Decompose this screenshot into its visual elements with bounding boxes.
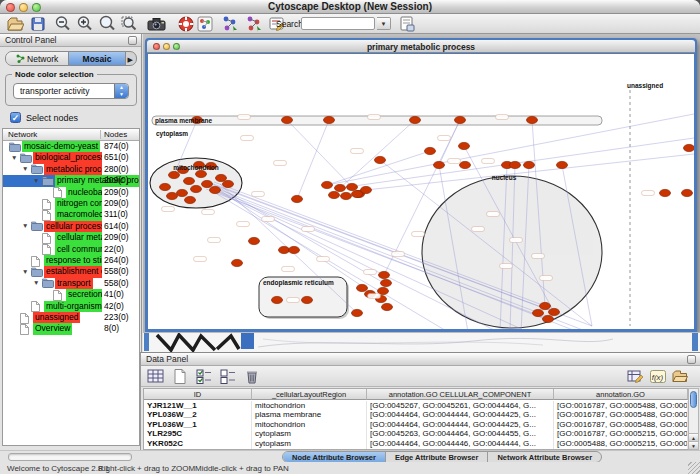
network-node[interactable] (460, 161, 471, 168)
network-node[interactable] (684, 144, 695, 151)
network-node[interactable] (335, 184, 346, 191)
tree-row[interactable]: nitrogen compo209(0) (3, 198, 140, 209)
network-window-titlebar[interactable]: primary metabolic process (147, 40, 695, 53)
network-node[interactable] (289, 246, 300, 253)
expand-icon[interactable]: ▼ (11, 154, 17, 162)
resize-grip[interactable] (688, 462, 700, 474)
tree-col-network[interactable]: Network (8, 130, 37, 139)
network-node[interactable] (352, 309, 363, 316)
tree-row[interactable]: secretion41(0) (3, 289, 140, 300)
node-color-dropdown[interactable]: transporter activity ▲▼ (13, 83, 129, 99)
table-column-header[interactable]: ID (144, 389, 252, 400)
tree-row[interactable]: ▼transport558(0) (3, 278, 140, 289)
import-network-attributes-icon[interactable] (244, 15, 262, 33)
table-column-header[interactable]: _cellularLayoutRegion (252, 389, 367, 400)
import-attributes-icon[interactable] (671, 368, 689, 385)
search-input[interactable] (301, 17, 375, 30)
table-row[interactable]: YPL036W__1mitochondrion[GO:0044464, GO:0… (144, 420, 689, 430)
table-row[interactable]: YJR121W__1mitochondrion[GO:0045267, GO:0… (144, 401, 689, 411)
zoom-selected-region-icon[interactable] (120, 15, 138, 33)
network-node[interactable] (191, 185, 202, 192)
tab-network[interactable]: Network (6, 52, 68, 66)
attribute-batch-editor-icon[interactable] (627, 368, 645, 385)
network-node[interactable] (232, 259, 243, 266)
scrollbar-thumb[interactable] (690, 391, 697, 408)
tree-row[interactable]: ▼primary metabolic process209(0) (3, 175, 140, 186)
network-node[interactable] (210, 186, 221, 193)
network-node[interactable] (533, 309, 544, 316)
table-row[interactable]: YLR295Ccytoplasm[GO:0045263, GO:0044464,… (144, 429, 689, 439)
network-node[interactable] (169, 171, 180, 178)
tree-row[interactable]: cell communicat22(0) (3, 244, 140, 255)
help-icon[interactable] (177, 15, 195, 33)
tree-row[interactable]: ▼cellular process614(0) (3, 221, 140, 232)
network-node[interactable] (379, 271, 390, 278)
network-node[interactable] (167, 192, 178, 199)
tree-row[interactable]: mosaic-demo-yeast874(0) (3, 141, 140, 152)
tree-row[interactable]: unassigned223(0) (3, 312, 140, 323)
network-canvas[interactable]: plasma membranecytoplasmmitochondrionnuc… (148, 54, 694, 329)
network-node[interactable] (272, 296, 283, 303)
plugins-icon[interactable] (398, 15, 416, 33)
network-node[interactable] (322, 181, 333, 188)
expand-icon[interactable]: ▼ (33, 177, 39, 185)
vizmapper-icon[interactable] (196, 15, 214, 33)
network-node[interactable] (382, 303, 393, 310)
network-node[interactable] (160, 183, 171, 190)
zoom-in-icon[interactable] (76, 15, 94, 33)
unselect-attributes-icon[interactable] (219, 368, 237, 385)
network-node[interactable] (375, 156, 386, 163)
tree-row[interactable]: nucleobase-209(0) (3, 187, 140, 198)
network-node[interactable] (459, 142, 470, 149)
tree-row[interactable]: Overview8(0) (3, 323, 140, 334)
network-node[interactable] (282, 116, 293, 123)
tree-col-nodes[interactable]: Nodes (100, 130, 127, 139)
network-node[interactable] (196, 170, 207, 177)
tree-row[interactable]: macromolecule311(0) (3, 209, 140, 220)
tree-row[interactable]: ▼establishment of lo558(0) (3, 266, 140, 277)
network-node[interactable] (216, 174, 227, 181)
expand-icon[interactable]: ▼ (22, 268, 28, 276)
network-node[interactable] (557, 161, 568, 168)
expand-icon[interactable]: ▼ (22, 222, 28, 230)
table-row[interactable]: YKR052Ccytoplasm[GO:0044464, GO:0044446,… (144, 439, 689, 449)
network-node[interactable] (185, 196, 196, 203)
background-windows[interactable] (143, 332, 700, 352)
open-icon[interactable] (6, 15, 24, 33)
float-data-panel-icon[interactable] (687, 355, 696, 364)
new-attribute-icon[interactable] (171, 368, 189, 385)
network-node[interactable] (434, 161, 445, 168)
network-node[interactable] (543, 315, 554, 322)
function-builder-icon[interactable]: f(x) (649, 368, 667, 385)
table-column-header[interactable]: annotation.GO MOLECULAR_FUNCTION (554, 389, 688, 400)
zoom-fit-icon[interactable] (98, 15, 116, 33)
network-node[interactable] (341, 192, 352, 199)
tab-mosaic[interactable]: Mosaic (68, 52, 126, 66)
select-all-attributes-icon[interactable] (147, 368, 165, 385)
tree-row[interactable]: cellular metabo209(0) (3, 232, 140, 243)
import-network-icon[interactable] (220, 15, 238, 33)
network-node[interactable] (347, 183, 358, 190)
float-panel-icon[interactable] (128, 36, 137, 45)
tree-row[interactable]: ▼biological_process651(0) (3, 152, 140, 163)
table-scrollbar[interactable]: ▲ ▼ (688, 388, 699, 450)
scroll-down-icon[interactable]: ▼ (689, 441, 698, 449)
tree-row[interactable]: multi-organism pro42(0) (3, 301, 140, 312)
network-node[interactable] (249, 237, 260, 244)
scroll-up-icon[interactable]: ▲ (689, 433, 698, 441)
network-node[interactable] (279, 246, 290, 253)
save-icon[interactable] (29, 15, 47, 33)
network-node[interactable] (202, 180, 213, 187)
tree-row[interactable]: ▼metabolic process280(0) (3, 164, 140, 175)
network-node[interactable] (524, 161, 535, 168)
zoom-out-icon[interactable] (54, 15, 72, 33)
search-dropdown-button[interactable]: ▼ (377, 17, 391, 30)
delete-attribute-icon[interactable] (243, 368, 261, 385)
network-node[interactable] (455, 116, 466, 123)
snapshot-icon[interactable] (147, 15, 165, 33)
network-node[interactable] (329, 191, 340, 198)
tab-scroll-right-icon[interactable]: ▶ (128, 56, 133, 63)
network-node[interactable] (352, 190, 363, 197)
network-node[interactable] (682, 189, 693, 196)
network-node[interactable] (184, 177, 195, 184)
